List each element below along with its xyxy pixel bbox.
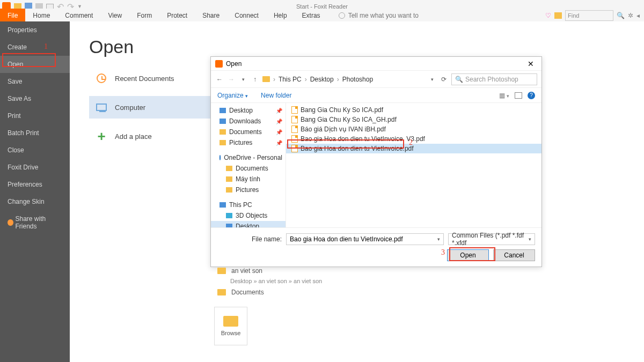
tree-item[interactable]: Documents📌 (211, 127, 286, 137)
backstage-foxit-drive[interactable]: Foxit Drive (0, 159, 70, 176)
backstage-close[interactable]: Close (0, 142, 70, 159)
recent-folder-path: Desktop » an viet son » an viet son (230, 278, 322, 284)
backstage-change-skin[interactable]: Change Skin (0, 193, 70, 210)
tree-item[interactable]: Desktop📌 (211, 105, 286, 116)
clock-icon (97, 73, 106, 83)
pictures-icon (219, 140, 226, 145)
backstage-print[interactable]: Print (0, 107, 70, 124)
dialog-search-box[interactable]: 🔍Search Photoshop (451, 73, 537, 85)
dialog-toolbar: Organize ▾ New folder ▦ ▾ ? (211, 88, 541, 103)
heart-icon[interactable]: ♡ (545, 12, 551, 19)
backstage-create[interactable]: Create (0, 39, 70, 56)
thispc-icon (219, 202, 226, 208)
tree-item[interactable]: Desktop (211, 221, 286, 227)
new-folder-button[interactable]: New folder (261, 92, 291, 99)
tab-protect[interactable]: Protect (159, 9, 195, 22)
tree-item[interactable]: Pictures (211, 184, 286, 195)
tree-item[interactable]: 3D Objects (211, 210, 286, 221)
tab-extras[interactable]: Extras (295, 9, 328, 22)
plus-icon: + (96, 130, 107, 142)
file-row[interactable]: Bang Gia Chu Ky So ICA.pdf (286, 105, 541, 115)
recent-folders: an viet son Desktop » an viet son » an v… (217, 267, 322, 299)
file-row[interactable]: Bang Gia Chu Ky So ICA_GH.pdf (286, 115, 541, 124)
breadcrumb-dropdown-icon[interactable]: ▾ (428, 77, 436, 82)
dialog-title: Open (226, 60, 241, 68)
dialog-app-icon (215, 60, 223, 68)
nav-back-icon[interactable]: ← (215, 76, 224, 83)
preview-pane-icon[interactable] (515, 92, 522, 99)
desktop-icon (219, 108, 226, 113)
backstage-save[interactable]: Save (0, 73, 70, 90)
tree-item[interactable]: Máy tính (211, 174, 286, 184)
search-icon[interactable]: 🔍 (617, 12, 625, 19)
pdf-file-icon (291, 135, 298, 143)
option-add-place[interactable]: + Add a place (89, 125, 218, 147)
tab-home[interactable]: Home (25, 9, 57, 22)
folder-icon (226, 187, 232, 193)
chevron-left-icon[interactable]: ◂ (636, 12, 640, 19)
recent-folder-row[interactable]: Documents (217, 289, 322, 296)
nav-up-icon[interactable]: ↑ (251, 76, 259, 83)
organize-button[interactable]: Organize ▾ (217, 92, 248, 99)
pdf-file-icon (291, 116, 298, 123)
file-type-dropdown[interactable]: Common Files (*.pdf *.fdf *.xfdf▾ (448, 233, 535, 245)
pin-icon: 📌 (276, 129, 282, 135)
backstage-batch-print[interactable]: Batch Print (0, 124, 70, 142)
file-row[interactable]: Bao gia Hoa don dien tu VietInvoice.pdf (286, 144, 541, 153)
folder-icon (219, 129, 226, 135)
tab-view[interactable]: View (100, 9, 129, 22)
folder-icon (217, 268, 226, 274)
find-box[interactable]: Find (565, 10, 613, 21)
computer-icon (96, 104, 107, 111)
settings-icon[interactable]: ✲ (628, 12, 633, 19)
backstage-preferences[interactable]: Preferences (0, 176, 70, 193)
cancel-button[interactable]: Cancel (493, 249, 535, 261)
folder-icon (226, 166, 232, 171)
backstage-properties[interactable]: Properties (0, 21, 70, 39)
folder-icon (262, 76, 270, 82)
obj3d-icon (226, 213, 232, 218)
movie-icon[interactable] (554, 12, 562, 19)
tree-item[interactable]: Pictures📌 (211, 137, 286, 148)
nav-forward-icon[interactable]: → (227, 76, 236, 83)
dialog-tree: Desktop📌Downloads📌Documents📌Pictures📌One… (211, 103, 286, 227)
folder-icon (223, 316, 238, 327)
open-button[interactable]: Open (447, 249, 489, 261)
tree-item[interactable]: OneDrive - Personal (211, 152, 286, 163)
tell-me-search[interactable] (339, 9, 434, 22)
file-row[interactable]: Báo giá Dịch vụ IVAN iBH.pdf (286, 124, 541, 134)
breadcrumb[interactable]: › This PC › Desktop › Photoshop (262, 76, 425, 83)
backstage-save-as[interactable]: Save As (0, 90, 70, 107)
backstage-open[interactable]: Open (0, 56, 70, 73)
tree-item[interactable]: This PC (211, 200, 286, 210)
option-computer[interactable]: Computer (89, 96, 218, 119)
pdf-file-icon (291, 145, 298, 152)
backstage-share-friends[interactable]: Share with Friends (0, 210, 70, 235)
option-recent-documents[interactable]: Recent Documents (89, 67, 218, 90)
tab-share[interactable]: Share (195, 9, 227, 22)
folder-icon (226, 176, 232, 182)
tab-file[interactable]: File (0, 9, 25, 22)
recent-folder-row[interactable]: an viet son (217, 267, 322, 275)
help-icon[interactable]: ? (528, 92, 535, 99)
dialog-file-list: Bang Gia Chu Ky So ICA.pdfBang Gia Chu K… (286, 103, 541, 227)
nav-dropdown-icon[interactable]: ▾ (239, 77, 247, 82)
dialog-close-button[interactable]: ✕ (524, 60, 537, 68)
tree-item[interactable]: Documents (211, 163, 286, 174)
refresh-icon[interactable]: ⟳ (440, 76, 448, 83)
dialog-footer: File name: Bao gia Hoa don dien tu VietI… (211, 227, 541, 267)
view-mode-icon[interactable]: ▦ ▾ (499, 92, 509, 99)
tab-connect[interactable]: Connect (227, 9, 266, 22)
onedrive-icon (219, 155, 221, 160)
tree-item[interactable]: Downloads📌 (211, 116, 286, 127)
dialog-titlebar: Open ✕ (211, 57, 541, 71)
tab-form[interactable]: Form (129, 9, 159, 22)
open-file-dialog: Open ✕ ← → ▾ ↑ › This PC › Desktop › Pho… (210, 56, 542, 267)
tell-me-input[interactable] (348, 12, 434, 19)
tab-comment[interactable]: Comment (57, 9, 100, 22)
file-name-input[interactable]: Bao gia Hoa don dien tu VietInvoice.pdf▾ (286, 233, 444, 245)
tab-help[interactable]: Help (266, 9, 295, 22)
file-row[interactable]: Bao gia Hoa don dien tu VietInvoice. V3.… (286, 134, 541, 144)
browse-button[interactable]: Browse (214, 307, 247, 345)
ribbon-tabs: File Home Comment View Form Protect Shar… (0, 9, 644, 23)
